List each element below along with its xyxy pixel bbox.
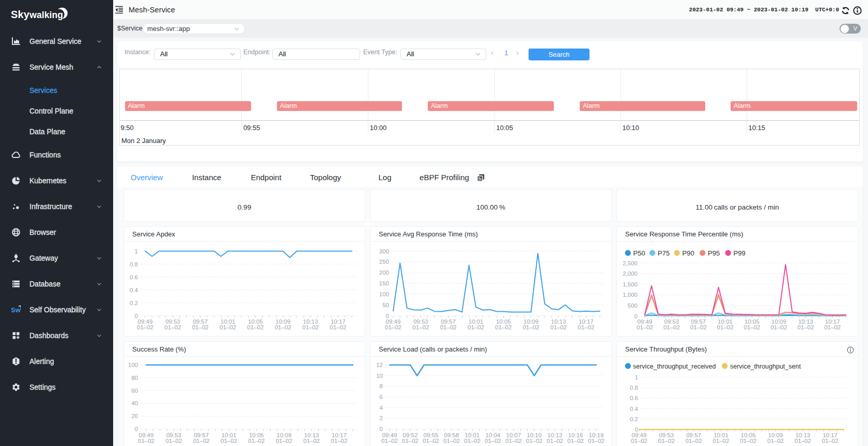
- svg-text:01–02: 01–02: [193, 438, 210, 444]
- svg-text:01–02: 01–02: [412, 324, 429, 330]
- svg-text:P75: P75: [658, 249, 670, 257]
- svg-text:0.4: 0.4: [130, 287, 138, 293]
- svg-text:100: 100: [379, 291, 389, 297]
- svg-text:01–02: 01–02: [526, 438, 542, 444]
- svg-text:50: 50: [382, 302, 389, 308]
- svg-text:P99: P99: [734, 249, 746, 257]
- svg-text:01–02: 01–02: [248, 438, 265, 444]
- svg-text:2,000: 2,000: [623, 270, 638, 277]
- svg-text:01–02: 01–02: [767, 438, 784, 444]
- svg-text:4: 4: [380, 405, 383, 411]
- svg-text:10: 10: [376, 373, 383, 379]
- svg-text:01–02: 01–02: [192, 324, 209, 330]
- svg-text:200: 200: [379, 269, 389, 276]
- svg-text:300: 300: [379, 248, 389, 254]
- svg-text:01–02: 01–02: [464, 438, 481, 444]
- svg-text:P95: P95: [708, 249, 720, 257]
- svg-text:01–02: 01–02: [505, 438, 522, 444]
- svg-text:1,000: 1,000: [623, 292, 638, 298]
- svg-text:01–02: 01–02: [275, 324, 291, 330]
- svg-text:01–02: 01–02: [740, 438, 756, 444]
- svg-text:12: 12: [376, 362, 383, 368]
- svg-text:01–02: 01–02: [164, 324, 181, 330]
- svg-text:01–02: 01–02: [165, 438, 182, 444]
- svg-text:1: 1: [135, 248, 138, 254]
- svg-text:01–02: 01–02: [402, 438, 419, 444]
- svg-text:01–02: 01–02: [138, 438, 154, 444]
- svg-text:01–02: 01–02: [381, 438, 398, 444]
- svg-text:80: 80: [131, 375, 138, 381]
- svg-text:1: 1: [635, 374, 638, 380]
- svg-text:01–02: 01–02: [712, 438, 729, 444]
- svg-text:01–02: 01–02: [485, 438, 501, 444]
- svg-text:01–02: 01–02: [137, 324, 153, 330]
- svg-text:0: 0: [386, 313, 389, 319]
- svg-text:01–02: 01–02: [440, 324, 457, 330]
- svg-text:01–02: 01–02: [744, 324, 761, 330]
- svg-text:500: 500: [628, 302, 638, 309]
- svg-text:01–02: 01–02: [717, 324, 734, 330]
- svg-text:150: 150: [379, 280, 389, 286]
- svg-text:0.2: 0.2: [630, 416, 638, 422]
- svg-text:01–02: 01–02: [631, 438, 647, 444]
- svg-text:01–02: 01–02: [824, 324, 841, 330]
- svg-text:0: 0: [135, 426, 138, 432]
- svg-text:service_throughput_sent: service_throughput_sent: [730, 363, 801, 370]
- svg-text:01–02: 01–02: [302, 324, 319, 330]
- svg-text:01–02: 01–02: [550, 324, 567, 330]
- svg-text:0: 0: [135, 313, 138, 319]
- svg-text:01–02: 01–02: [822, 438, 839, 444]
- svg-text:8: 8: [380, 383, 383, 389]
- svg-text:01–02: 01–02: [567, 438, 584, 444]
- svg-text:01–02: 01–02: [468, 324, 484, 330]
- svg-text:01–02: 01–02: [578, 324, 594, 330]
- svg-text:P50: P50: [633, 249, 645, 257]
- svg-text:0.8: 0.8: [630, 385, 638, 391]
- svg-text:01–02: 01–02: [495, 324, 512, 330]
- svg-text:01–02: 01–02: [686, 438, 702, 444]
- svg-text:100: 100: [128, 362, 138, 368]
- svg-text:20: 20: [131, 413, 138, 419]
- svg-text:01–02: 01–02: [770, 324, 787, 330]
- svg-text:0.2: 0.2: [130, 300, 138, 306]
- svg-text:01–02: 01–02: [330, 324, 346, 330]
- svg-text:service_throughput_received: service_throughput_received: [633, 363, 716, 370]
- svg-text:0: 0: [380, 426, 383, 432]
- svg-text:01–02: 01–02: [247, 324, 264, 330]
- svg-text:0.8: 0.8: [130, 261, 138, 267]
- svg-text:01–02: 01–02: [637, 324, 653, 330]
- svg-text:01–02: 01–02: [523, 324, 539, 330]
- svg-text:01–02: 01–02: [331, 438, 347, 444]
- svg-text:2,500: 2,500: [623, 260, 638, 266]
- svg-text:250: 250: [379, 259, 389, 265]
- svg-text:60: 60: [131, 388, 138, 394]
- svg-text:40: 40: [131, 400, 138, 406]
- svg-text:2: 2: [380, 415, 383, 421]
- svg-text:6: 6: [380, 394, 383, 400]
- svg-text:1,500: 1,500: [623, 281, 638, 288]
- svg-text:01–02: 01–02: [423, 438, 439, 444]
- svg-text:01–02: 01–02: [588, 438, 605, 444]
- svg-text:0.6: 0.6: [630, 395, 638, 401]
- svg-text:01–02: 01–02: [795, 438, 811, 444]
- svg-text:0.4: 0.4: [630, 406, 639, 412]
- svg-text:01–02: 01–02: [443, 438, 460, 444]
- svg-text:01–02: 01–02: [303, 438, 320, 444]
- svg-text:P90: P90: [683, 249, 694, 257]
- svg-text:01–02: 01–02: [663, 324, 680, 330]
- svg-text:01–02: 01–02: [221, 438, 237, 444]
- svg-text:01–02: 01–02: [690, 324, 707, 330]
- svg-text:01–02: 01–02: [276, 438, 292, 444]
- svg-text:01–02: 01–02: [385, 324, 401, 330]
- svg-text:0.6: 0.6: [130, 274, 138, 280]
- svg-text:01–02: 01–02: [797, 324, 814, 330]
- svg-text:01–02: 01–02: [658, 438, 675, 444]
- svg-text:01–02: 01–02: [547, 438, 563, 444]
- svg-text:01–02: 01–02: [220, 324, 236, 330]
